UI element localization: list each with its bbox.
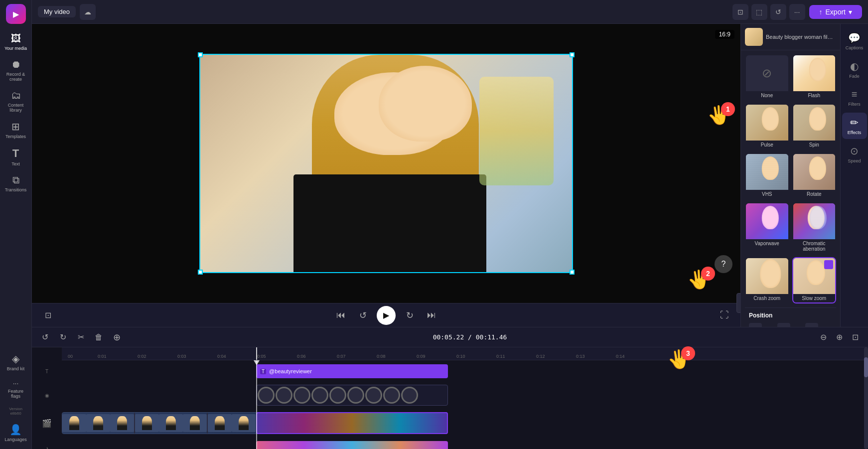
sticker-8	[383, 387, 400, 404]
sidebar-item-languages[interactable]: 👤 Languages	[1, 421, 30, 445]
project-name[interactable]: My video	[38, 6, 76, 17]
help-button[interactable]: ?	[715, 255, 732, 273]
effect-pulse[interactable]: Pulse	[745, 104, 789, 150]
effect-spin[interactable]: Spin	[792, 104, 837, 150]
vid-thumb-2	[86, 414, 110, 432]
ruler-label-14: 0:14	[616, 354, 625, 359]
timeline-scrollbar-thumb[interactable]	[864, 357, 868, 377]
playhead	[256, 360, 257, 449]
main-area: My video ☁ ⊡ ⬚ ↺ ··· ↑ Export ▾	[32, 0, 868, 449]
effect-crash-zoom[interactable]: Crash zoom	[745, 257, 789, 303]
sidebar-captions[interactable]: 💬 Captions	[842, 28, 867, 54]
text-clip[interactable]: T @beautyreviewer	[256, 364, 448, 378]
resize-handle-br[interactable]	[570, 270, 575, 275]
sidebar-effects[interactable]: ✏ Effects	[842, 113, 867, 139]
ruler-label-9: 0:09	[417, 354, 426, 359]
pos-top-left[interactable]	[749, 323, 762, 327]
effect-slow-zoom[interactable]: ≡ Slow zoom	[792, 257, 837, 303]
text-clip-icon: T	[260, 369, 266, 374]
effect-none[interactable]: ⊘ None	[745, 54, 789, 101]
video-canvas[interactable]	[199, 54, 573, 273]
zoom-in-button[interactable]: ⊕	[832, 330, 846, 344]
ruler-label-6: 0:06	[297, 354, 306, 359]
sidebar-item-text[interactable]: T Text	[1, 144, 30, 169]
panel-title: Beauty blogger woman filming ...	[766, 34, 836, 40]
timeline-content: 00 0:01 0:02 0:03 0:04 0:05 0:06 0:07 0:…	[32, 347, 868, 449]
effect-flash[interactable]: Flash	[792, 54, 837, 101]
pos-top-center[interactable]	[777, 323, 790, 327]
crop-button[interactable]: ⊡	[732, 4, 748, 20]
fit-to-screen-button[interactable]: ⊡	[848, 330, 862, 344]
timeline-area: ↺ ↻ ✂ 🗑 ⊕ 00:05.22 / 00:11.46 ⊖ ⊕ ⊡ 00 0…	[32, 327, 868, 449]
export-button[interactable]: ↑ Export ▾	[809, 5, 862, 19]
panel-thumbnail	[745, 28, 763, 46]
sticker-7	[365, 387, 382, 404]
effect-vhs-thumb	[746, 154, 788, 190]
text-track-content: T @beautyreviewer	[62, 362, 868, 380]
effect-vhs-label: VHS	[746, 190, 788, 198]
more-button[interactable]: ···	[789, 4, 805, 20]
timeline-scrollbar[interactable]	[864, 347, 868, 449]
sidebar-item-templates[interactable]: ⊞ Templates	[1, 118, 30, 142]
filters-icon: ≡	[852, 89, 858, 100]
cloud-save-button[interactable]: ☁	[80, 4, 96, 20]
effect-pulse-thumb	[746, 105, 788, 141]
preview-area: 16:9 ? ‹ ⊡ ⏮ ↺ ▶ ↻ ⏭ ⛶	[32, 24, 740, 327]
fullscreen-button[interactable]: ⛶	[717, 307, 732, 323]
effect-vaporwave-label: Vaporwave	[746, 239, 788, 248]
frame-button[interactable]: ⬚	[751, 4, 767, 20]
aspect-ratio-badge[interactable]: 16:9	[715, 30, 734, 39]
rewind-button[interactable]: ↺	[355, 307, 371, 323]
resize-handle-tr[interactable]	[570, 52, 575, 57]
effect-vaporwave-thumb	[746, 203, 788, 239]
effect-vhs[interactable]: VHS	[745, 153, 789, 199]
audio-clip-1[interactable]	[256, 441, 448, 449]
resize-handle-tl[interactable]	[198, 52, 203, 57]
delete-button[interactable]: 🗑	[92, 330, 106, 344]
sidebar-item-content-library[interactable]: 🗂 Contentlibrary	[1, 87, 30, 116]
zoom-controls: ⊖ ⊕ ⊡	[816, 330, 862, 344]
sidebar-item-record-create[interactable]: ⏺ Record &create	[1, 56, 30, 85]
sticker-clip[interactable]	[256, 385, 448, 406]
subtitle-toggle-button[interactable]: ⊡	[40, 307, 56, 323]
effect-chromatic-aberration[interactable]: Chromatic aberration	[792, 202, 837, 254]
panel-collapse-button[interactable]: ‹	[736, 293, 740, 313]
sidebar-item-brand-kit[interactable]: ◈ Brand kit	[1, 350, 30, 374]
top-bar: My video ☁ ⊡ ⬚ ↺ ··· ↑ Export ▾	[32, 0, 868, 24]
ruler-label-8: 0:08	[377, 354, 386, 359]
ruler-label-3: 0:03	[177, 354, 186, 359]
sidebar-fade[interactable]: ◐ Fade	[842, 56, 867, 83]
sidebar-item-feature-flags[interactable]: ··· Featureflags	[1, 376, 30, 402]
your-media-icon: 🖼	[11, 33, 21, 44]
add-media-button[interactable]: ⊕	[110, 330, 124, 344]
languages-icon: 👤	[9, 424, 22, 436]
app-logo[interactable]: ▶	[6, 4, 26, 24]
redo-button[interactable]: ↻	[56, 330, 70, 344]
audio-track-row-1: ♪	[32, 438, 868, 449]
effect-vaporwave[interactable]: Vaporwave	[745, 202, 789, 254]
sidebar-filters[interactable]: ≡ Filters	[842, 85, 867, 111]
zoom-out-button[interactable]: ⊖	[816, 330, 830, 344]
forward-button[interactable]: ↻	[402, 307, 418, 323]
effect-slow-zoom-label: Slow zoom	[793, 294, 836, 302]
ruler-label-1: 0:01	[98, 354, 107, 359]
sidebar-item-transitions[interactable]: ⧉ Transitions	[1, 171, 30, 195]
timeline-toolbar: ↺ ↻ ✂ 🗑 ⊕ 00:05.22 / 00:11.46 ⊖ ⊕ ⊡	[32, 327, 868, 347]
templates-icon: ⊞	[11, 121, 20, 133]
rotate-button[interactable]: ↺	[770, 4, 786, 20]
vid-thumb-5	[159, 414, 183, 432]
play-pause-button[interactable]: ▶	[377, 306, 396, 325]
sidebar-item-your-media[interactable]: 🖼 Your media	[1, 30, 30, 54]
track-label-text: T	[32, 362, 62, 380]
resize-handle-bl[interactable]	[198, 270, 203, 275]
vid-thumb-8	[232, 414, 256, 432]
effect-chromatic-label: Chromatic aberration	[793, 239, 836, 253]
pos-top-right[interactable]	[805, 323, 818, 327]
sidebar-speed[interactable]: ⊙ Speed	[842, 141, 867, 167]
cut-button[interactable]: ✂	[74, 330, 88, 344]
skip-end-button[interactable]: ⏭	[424, 307, 439, 323]
skip-start-button[interactable]: ⏮	[333, 307, 349, 323]
effect-rotate[interactable]: Rotate	[792, 153, 837, 199]
sticker-4	[311, 387, 328, 404]
undo-button[interactable]: ↺	[38, 330, 52, 344]
